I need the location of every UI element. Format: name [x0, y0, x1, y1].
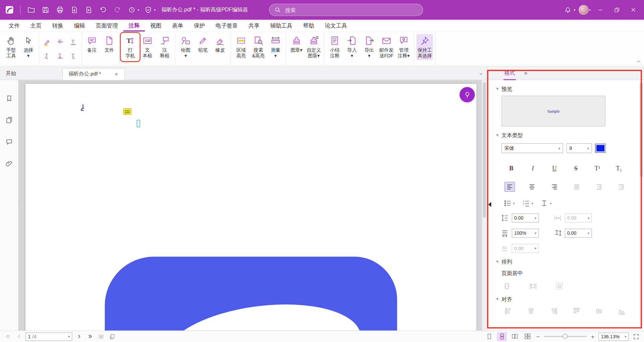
global-search[interactable] [269, 4, 423, 16]
first-page-button[interactable] [3, 332, 12, 341]
strikethrough-button[interactable]: S [571, 163, 581, 174]
facing-continuous-view-button[interactable] [523, 332, 532, 341]
page-number-input[interactable]: 1 /4 ▾ [25, 332, 72, 340]
section-align-header[interactable]: 对齐 [496, 296, 644, 303]
menu-tab-help[interactable]: 帮助 [298, 20, 320, 32]
create-pdf-icon[interactable] [84, 4, 94, 15]
collapse-panel-handle[interactable] [488, 202, 491, 207]
close-button[interactable] [627, 4, 640, 16]
scrollbar-thumb[interactable] [640, 82, 643, 177]
section-preview-header[interactable]: 预览 [496, 86, 644, 93]
underline-button[interactable]: U [549, 163, 560, 174]
typewriter-button[interactable]: T打 字机 [122, 34, 139, 60]
insert-text-button[interactable]: T [67, 49, 79, 62]
print-icon[interactable] [55, 4, 65, 15]
tab-list-chevron-icon[interactable] [479, 71, 484, 76]
numbered-list-dropdown[interactable]: 12 ▾ [522, 199, 533, 207]
undo-icon[interactable] [98, 4, 108, 15]
menu-tab-file[interactable]: 文件 [3, 20, 25, 32]
search-input[interactable] [284, 6, 418, 13]
single-page-view-button[interactable] [484, 332, 494, 341]
document-vertical-scrollbar[interactable] [482, 80, 487, 331]
export-pdf-icon[interactable] [69, 4, 80, 15]
font-size-select[interactable]: 9 ▾ [567, 143, 592, 153]
font-color-swatch[interactable] [595, 144, 606, 153]
subscript-button[interactable]: T₁ [613, 163, 624, 174]
textbox-button[interactable]: A文 本框 [139, 34, 156, 60]
center-both-button[interactable] [555, 282, 564, 290]
menu-tab-convert[interactable]: 转换 [47, 20, 69, 32]
account-dropdown[interactable]: ▾ [579, 5, 591, 15]
font-family-select[interactable]: 宋体 ▾ [501, 143, 563, 153]
underline-text-button[interactable]: T [67, 36, 79, 48]
tab-start[interactable]: 开始 [0, 68, 62, 80]
stamp-button[interactable]: 图章▾ [288, 34, 305, 54]
align-justify-button[interactable] [571, 182, 582, 191]
note-button[interactable]: 备注 [84, 34, 100, 54]
superscript-button[interactable]: T¹ [592, 163, 603, 174]
pages-thumbnail-icon[interactable] [3, 114, 15, 125]
protection-dropdown[interactable]: ▾ [143, 4, 156, 15]
summarize-comments-button[interactable]: 小结 注释 [326, 34, 343, 60]
redo-icon[interactable] [112, 4, 123, 15]
menu-tab-edit[interactable]: 编辑 [68, 20, 90, 32]
facing-view-button[interactable] [510, 332, 520, 341]
tab-format[interactable]: 格式 [503, 66, 516, 80]
zoom-slider[interactable] [544, 336, 587, 337]
attachments-icon[interactable] [3, 158, 15, 169]
snapshot-icon[interactable] [97, 332, 106, 341]
typewriter-text-caret[interactable] [137, 120, 140, 127]
minimize-button[interactable] [594, 4, 607, 16]
menu-tab-form[interactable]: 表单 [167, 20, 189, 32]
fullscreen-icon[interactable] [632, 332, 641, 341]
menu-tab-view[interactable]: 视图 [145, 20, 167, 32]
align-objects-middle-button[interactable] [595, 307, 603, 315]
squiggly-button[interactable]: T [41, 49, 53, 62]
keep-tool-selected-button[interactable]: 保持工 具选择 [417, 34, 433, 60]
eraser-button[interactable]: 橡皮 [212, 34, 228, 54]
close-tab-icon[interactable]: × [114, 71, 119, 77]
collapse-ribbon-icon[interactable] [636, 59, 642, 64]
email-fdf-button[interactable]: 邮件发 送FDF [378, 34, 395, 60]
line-spacing-input[interactable]: 0.00 ▾ [512, 214, 539, 223]
baseline-offset-input[interactable]: 0.00 ▾ [565, 229, 592, 238]
center-horizontally-button[interactable] [503, 282, 511, 290]
assistant-lightbulb-button[interactable] [460, 87, 475, 102]
hand-tool-button[interactable]: 手型 工具 [3, 34, 19, 60]
align-right-button[interactable] [549, 182, 560, 191]
tab-document[interactable]: 福昕办公.pdf * × [62, 68, 125, 80]
zoom-slider-knob[interactable] [563, 334, 568, 339]
scrollbar-thumb[interactable] [483, 82, 486, 218]
bullet-list-dropdown[interactable]: ▾ [503, 199, 515, 207]
custom-stamp-button[interactable]: 自定义 图章▾ [306, 34, 322, 60]
align-left-button[interactable] [504, 182, 515, 191]
section-arrange-header[interactable]: 排列 [496, 258, 644, 266]
zoom-out-button[interactable]: − [535, 333, 541, 340]
increase-indent-button[interactable] [616, 182, 627, 191]
pdf-page[interactable] [25, 84, 476, 331]
export-comments-button[interactable]: 导出 ▾ [361, 34, 377, 60]
decrease-indent-button[interactable] [594, 182, 604, 191]
measure-button[interactable]: 测量 ▾ [267, 34, 284, 60]
horizontal-scale-input[interactable]: 100% ▾ [512, 229, 539, 238]
menu-tab-organize[interactable]: 页面管理 [90, 20, 123, 32]
menu-tab-protect[interactable]: 保护 [189, 20, 210, 32]
zoom-level-select[interactable]: 136.13% ▾ [598, 332, 629, 340]
menu-tab-share[interactable]: 共享 [243, 20, 265, 32]
char-spacing-input[interactable]: 0.00 ▾ [565, 214, 592, 223]
continuous-view-button[interactable] [497, 332, 507, 341]
align-objects-bottom-button[interactable] [618, 307, 626, 315]
align-objects-center-button[interactable] [527, 307, 535, 315]
previous-page-button[interactable] [14, 332, 23, 341]
menu-tab-accessibility[interactable]: 辅助工具 [265, 20, 298, 32]
pencil-button[interactable]: 铅笔 [195, 34, 211, 54]
document-viewport[interactable] [18, 80, 487, 331]
align-center-button[interactable] [527, 182, 537, 191]
area-highlight-button[interactable]: 区域 高亮 [233, 34, 249, 60]
next-page-button[interactable] [74, 332, 84, 341]
quick-tools-dropdown[interactable]: ▾ [126, 4, 139, 15]
section-text-type-header[interactable]: 文本类型 [496, 132, 644, 139]
highlight-button[interactable] [41, 36, 53, 48]
foxit-logo-icon[interactable] [4, 4, 15, 15]
bold-button[interactable]: B [506, 163, 517, 174]
